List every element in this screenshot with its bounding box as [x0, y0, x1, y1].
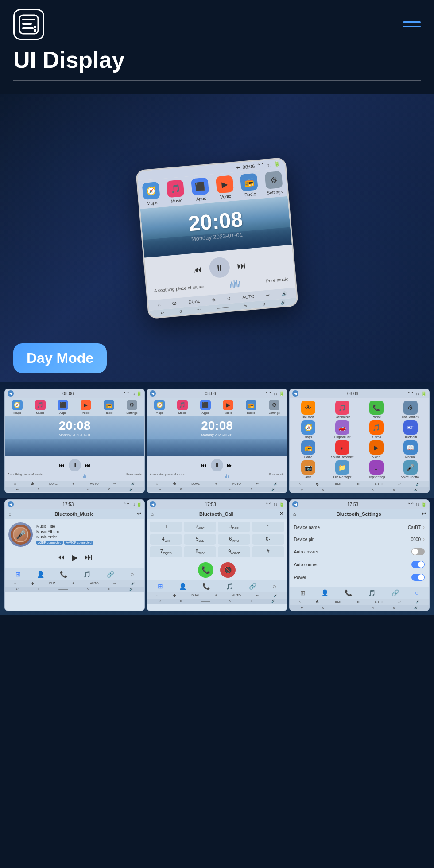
bt-play-btn[interactable]: ▶: [72, 553, 78, 562]
screen1-nav-maps[interactable]: 🧭 Maps: [12, 400, 23, 414]
screen1-play[interactable]: ⏸: [69, 459, 81, 471]
bt-music-home-icon[interactable]: ⌂: [8, 511, 12, 517]
tab-person3-icon[interactable]: 👤: [321, 589, 329, 596]
screen1-back-btn[interactable]: ◀: [8, 390, 14, 397]
bt-auto-answer-toggle[interactable]: [411, 548, 425, 555]
bt-music-back-btn[interactable]: ◀: [8, 501, 14, 507]
nav-music[interactable]: 🎵 Music: [167, 179, 185, 204]
tab-phone2-icon[interactable]: 📞: [202, 583, 210, 590]
bt-device-name-row: Device name CarBT ›: [292, 522, 426, 533]
bt-settings-back-icon[interactable]: ↩: [422, 511, 426, 517]
dial-1[interactable]: 1: [150, 522, 182, 532]
screen3-back-btn[interactable]: ◀: [292, 390, 298, 397]
tab-circle-icon[interactable]: ○: [130, 571, 134, 578]
app-carsettings[interactable]: ⚙ Car Settings: [394, 401, 426, 419]
bt-device-name-chevron[interactable]: ›: [423, 524, 425, 530]
app-localmusic[interactable]: 🎵 Localmusic: [326, 401, 358, 419]
bt-call-home-icon[interactable]: ⌂: [151, 511, 154, 517]
nav-radio[interactable]: 📻 Radio: [240, 173, 259, 197]
bt-call-back-btn[interactable]: ◀: [150, 501, 156, 507]
bt-settings-status-time: 17:53: [347, 502, 358, 507]
bt-power-toggle[interactable]: [411, 574, 425, 581]
call-accept-btn[interactable]: 📞: [198, 562, 213, 578]
bt-settings-back-btn[interactable]: ◀: [292, 501, 298, 507]
dial-9[interactable]: 9WXYZ: [218, 546, 250, 557]
nav-vedio[interactable]: ▶ Vedio: [216, 175, 234, 199]
screen2-nav-maps[interactable]: 🧭 Maps: [154, 400, 165, 414]
dial-hash[interactable]: #: [252, 546, 284, 557]
screen1-prev[interactable]: ⏮: [59, 462, 65, 469]
tab-grid2-icon[interactable]: ⊞: [158, 583, 163, 590]
bt-prev-btn[interactable]: ⏮: [57, 553, 65, 562]
screen2-nav-apps[interactable]: ⬛ Apps: [200, 400, 211, 414]
dial-5[interactable]: 5JKL: [184, 534, 216, 545]
screen2-play[interactable]: ⏸: [211, 459, 223, 471]
app-kugou[interactable]: 🎵 Kuwoo: [360, 420, 392, 439]
app-dispsettings[interactable]: 🎚 DispSettings: [360, 460, 392, 479]
nav-apps[interactable]: ⬛ Apps: [191, 177, 209, 202]
tab-grid3-icon[interactable]: ⊞: [300, 589, 306, 596]
dial-2[interactable]: 2ABC: [184, 522, 216, 532]
tab-phone-icon[interactable]: 📞: [60, 571, 67, 578]
bt-call-close-icon[interactable]: ✕: [279, 511, 283, 517]
nav-settings[interactable]: ⚙ Settings: [265, 171, 283, 195]
app-manual[interactable]: 📖 Manual: [394, 440, 426, 459]
app-video[interactable]: ▶ Video: [360, 440, 392, 459]
svg-rect-1: [22, 19, 35, 20]
screen2-nav-settings[interactable]: ⚙ Settings: [269, 400, 280, 414]
bt-next-btn[interactable]: ⏭: [85, 553, 93, 562]
screen1-nav-apps[interactable]: ⬛ Apps: [58, 400, 68, 414]
bt-music-back-icon[interactable]: ↩: [137, 511, 141, 517]
app-360view[interactable]: 👁 360 view: [292, 401, 325, 419]
call-reject-btn[interactable]: 📵: [220, 562, 236, 578]
screen1-next[interactable]: ⏭: [85, 462, 91, 469]
app-bt[interactable]: BT Bluetooth: [394, 420, 426, 439]
tab-grid-icon[interactable]: ⊞: [16, 571, 21, 578]
app-radio[interactable]: 📻 Radio: [292, 440, 325, 459]
dial-3[interactable]: 3DEF: [218, 522, 250, 532]
tab-music-icon[interactable]: 🎵: [83, 571, 91, 578]
screen1-nav-radio[interactable]: 📻 Radio: [104, 400, 114, 414]
app-origcar[interactable]: 🚗 Original Car: [326, 420, 358, 439]
tab-music2-icon[interactable]: 🎵: [226, 583, 233, 590]
dial-6[interactable]: 6MNO: [218, 534, 250, 545]
app-filemanager[interactable]: 📁 File Manager: [326, 460, 358, 479]
tab-person2-icon[interactable]: 👤: [179, 583, 186, 590]
menu-button[interactable]: [403, 21, 421, 27]
app-voicecontrol[interactable]: 🎤 Voice Control: [394, 460, 426, 479]
screen2-prev[interactable]: ⏮: [201, 462, 207, 469]
app-maps[interactable]: 🧭 Maps: [292, 420, 325, 439]
screen1-nav-settings[interactable]: ⚙ Settings: [126, 400, 137, 414]
dial-star[interactable]: *: [252, 522, 284, 532]
tab-person-icon[interactable]: 👤: [37, 571, 44, 578]
dial-8[interactable]: 8TUV: [184, 546, 216, 557]
tab-phone3-icon[interactable]: 📞: [345, 589, 352, 596]
dial-0minus[interactable]: 0-: [252, 534, 284, 545]
tab-circle2-icon[interactable]: ○: [272, 583, 276, 590]
bt-device-pin-chevron[interactable]: ›: [423, 536, 425, 542]
tab-link2-icon[interactable]: 🔗: [249, 583, 256, 590]
screen2-nav-radio[interactable]: 📻 Radio: [246, 400, 256, 414]
tab-link3-icon[interactable]: 🔗: [391, 589, 399, 596]
nav-maps[interactable]: 🧭 Maps: [142, 182, 160, 206]
screen1-nav-music[interactable]: 🎵 Music: [35, 400, 46, 414]
bt-auto-connect-toggle[interactable]: [411, 561, 425, 568]
dial-4[interactable]: 4GHI: [150, 534, 182, 545]
play-pause-button[interactable]: ⏸: [208, 255, 232, 279]
dial-7[interactable]: 7PQRS: [150, 546, 182, 557]
screen1-time: 08:06: [62, 391, 74, 396]
tab-link-icon[interactable]: 🔗: [107, 571, 114, 578]
tab-circle3-icon[interactable]: ○: [415, 589, 418, 596]
screen1-nav-vedio[interactable]: ▶ Vedio: [81, 400, 91, 414]
screen2-nav-music[interactable]: 🎵 Music: [177, 400, 188, 414]
bt-settings-home-icon[interactable]: ⌂: [293, 511, 296, 517]
app-soundrecorder[interactable]: 🎙 Sound Recorder: [326, 440, 358, 459]
screen2-nav-vedio[interactable]: ▶ Vedio: [223, 400, 233, 414]
app-avin[interactable]: 📷 Avin: [292, 460, 325, 479]
screen2-back-btn[interactable]: ◀: [150, 390, 156, 397]
next-icon[interactable]: ⏭: [237, 260, 247, 271]
tab-music3-icon[interactable]: 🎵: [368, 589, 376, 596]
prev-icon[interactable]: ⏮: [193, 264, 202, 275]
screen2-next[interactable]: ⏭: [227, 462, 233, 469]
app-phone[interactable]: 📞 Phone: [360, 401, 392, 419]
